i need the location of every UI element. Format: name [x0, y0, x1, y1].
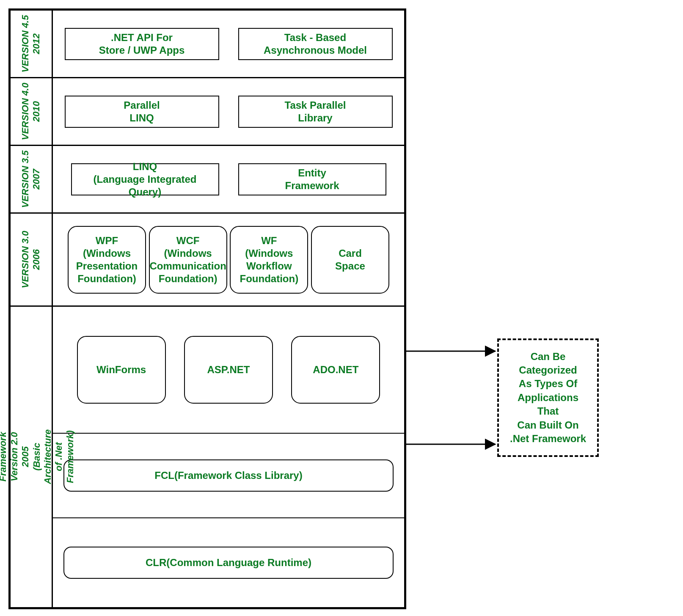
version-40-label: VERSION 4.02010 — [20, 83, 42, 140]
card-adonet: ADO.NET — [291, 336, 380, 404]
card-card-space: CardSpace — [311, 226, 389, 294]
card-wf: WF(WindowsWorkflowFoundation) — [230, 226, 308, 294]
version-35-label: VERSION 3.52007 — [20, 151, 42, 208]
row-v20: .NET Framework Version 2.02005(Basic Arc… — [11, 307, 404, 607]
box-parallel-linq: ParallelLINQ — [65, 96, 219, 128]
card-fcl: FCL(Framework Class Library) — [63, 459, 394, 492]
card-wpf: WPF(WindowsPresentationFoundation) — [68, 226, 146, 294]
box-net-api-store-uwp: .NET API ForStore / UWP Apps — [65, 28, 219, 60]
box-linq: LINQ(Language Integrated Query) — [71, 163, 219, 195]
card-winforms: WinForms — [77, 336, 166, 404]
row-v30: VERSION 3.02006 WPF(WindowsPresentationF… — [11, 214, 404, 307]
card-aspnet: ASP.NET — [184, 336, 273, 404]
version-20-label: .NET Framework Version 2.02005(Basic Arc… — [0, 429, 76, 484]
card-clr: CLR(Common Language Runtime) — [63, 547, 394, 579]
row-v35: VERSION 3.52007 LINQ(Language Integrated… — [11, 146, 404, 214]
version-30-label: VERSION 3.02006 — [20, 231, 42, 289]
row-v45: VERSION 4.52012 .NET API ForStore / UWP … — [11, 11, 404, 78]
box-task-parallel-library: Task ParallelLibrary — [238, 96, 393, 128]
v20-applications-row: WinForms ASP.NET ADO.NET — [53, 307, 404, 434]
version-45-label: VERSION 4.52012 — [20, 15, 42, 73]
box-entity-framework: EntityFramework — [238, 163, 386, 195]
row-v40: VERSION 4.02010 ParallelLINQ Task Parall… — [11, 78, 404, 146]
dotnet-version-stack: VERSION 4.52012 .NET API ForStore / UWP … — [8, 8, 406, 609]
box-task-based-async: Task - BasedAsynchronous Model — [238, 28, 393, 60]
callout-application-types: Can BeCategorizedAs Types OfApplications… — [497, 338, 599, 457]
card-wcf: WCF(WindowsCommunicationFoundation) — [149, 226, 227, 294]
